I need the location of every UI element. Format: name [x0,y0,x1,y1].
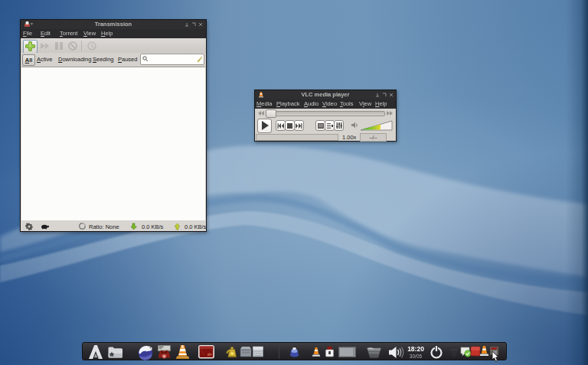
svg-text:30/05: 30/05 [410,354,423,359]
svg-text:18:20: 18:20 [407,345,424,353]
